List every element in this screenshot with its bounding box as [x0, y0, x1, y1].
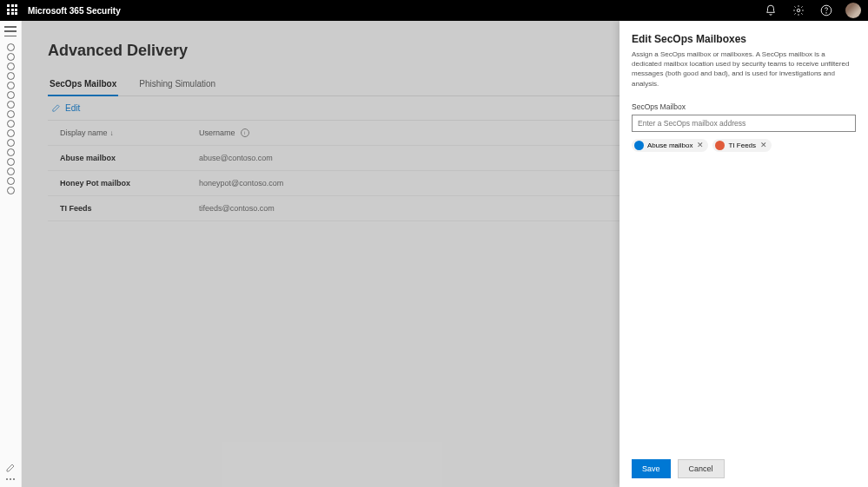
- nav-item[interactable]: [7, 82, 15, 89]
- customize-icon[interactable]: [5, 461, 16, 471]
- notifications-icon[interactable]: [762, 2, 779, 19]
- nav-item[interactable]: [7, 187, 15, 194]
- nav-item[interactable]: [7, 158, 15, 166]
- nav-item[interactable]: [7, 129, 15, 137]
- menu-toggle-icon[interactable]: [4, 26, 17, 36]
- svg-point-0: [797, 9, 800, 12]
- chip-remove-icon[interactable]: ✕: [759, 141, 768, 149]
- svg-point-2: [826, 13, 827, 14]
- help-icon[interactable]: [818, 2, 835, 19]
- mailbox-input[interactable]: [632, 115, 856, 132]
- modal-scrim[interactable]: [22, 21, 620, 487]
- flyout-panel: Edit SecOps Mailboxes Assign a SecOps ma…: [620, 21, 868, 487]
- cancel-button[interactable]: Cancel: [678, 459, 725, 478]
- chip-color-icon: [634, 141, 644, 150]
- chip-remove-icon[interactable]: ✕: [696, 141, 705, 149]
- nav-item[interactable]: [7, 148, 15, 156]
- nav-item[interactable]: [7, 110, 15, 118]
- panel-title: Edit SecOps Mailboxes: [632, 33, 856, 45]
- nav-rail: [0, 21, 22, 487]
- nav-item[interactable]: [7, 43, 15, 51]
- nav-item[interactable]: [7, 168, 15, 175]
- header-actions: [762, 2, 861, 19]
- nav-item[interactable]: [7, 72, 15, 80]
- gear-icon[interactable]: [790, 2, 807, 19]
- chip-ti-feeds: TI Feeds ✕: [712, 139, 772, 152]
- app-launcher-icon[interactable]: [7, 4, 19, 16]
- mailbox-field-label: SecOps Mailbox: [632, 102, 856, 111]
- panel-footer: Save Cancel: [632, 459, 856, 478]
- nav-item[interactable]: [7, 101, 15, 109]
- chip-abuse-mailbox: Abuse mailbox ✕: [632, 139, 708, 152]
- save-button[interactable]: Save: [632, 459, 671, 478]
- selected-mailboxes: Abuse mailbox ✕ TI Feeds ✕: [632, 139, 856, 152]
- app-title: Microsoft 365 Security: [28, 6, 121, 16]
- nav-item[interactable]: [7, 63, 15, 70]
- chip-label: Abuse mailbox: [647, 141, 692, 149]
- chip-color-icon: [715, 141, 725, 150]
- nav-item[interactable]: [7, 91, 15, 99]
- chip-label: TI Feeds: [728, 141, 756, 149]
- nav-item[interactable]: [7, 120, 15, 128]
- nav-item[interactable]: [7, 53, 15, 61]
- panel-description: Assign a SecOps mailbox or mailboxes. A …: [632, 49, 856, 89]
- nav-item[interactable]: [7, 177, 15, 185]
- avatar[interactable]: [845, 3, 861, 18]
- more-icon[interactable]: [6, 478, 15, 480]
- global-header: Microsoft 365 Security: [0, 0, 868, 21]
- nav-item[interactable]: [7, 139, 15, 147]
